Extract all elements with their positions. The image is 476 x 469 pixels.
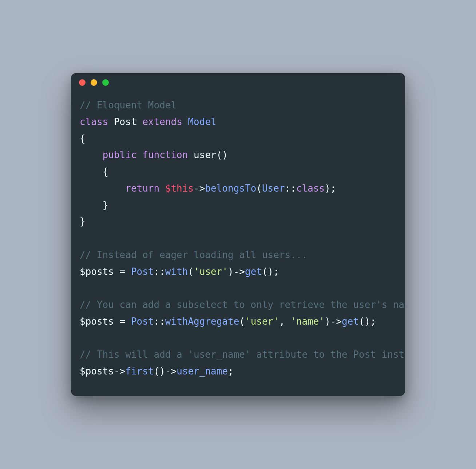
paren-close: ) — [228, 266, 234, 277]
method-first: first — [125, 366, 154, 377]
close-icon[interactable] — [79, 79, 86, 86]
keyword-return: return — [125, 183, 159, 194]
brace-open: { — [103, 166, 108, 177]
equals: = — [114, 316, 131, 327]
arrow: -> — [165, 366, 176, 377]
class-post: Post — [131, 266, 154, 277]
maximize-icon[interactable] — [102, 79, 109, 86]
string-user: 'user' — [245, 316, 279, 327]
method-get: get — [342, 316, 359, 327]
paren-open: ( — [239, 316, 245, 327]
parens-semi: (); — [359, 316, 376, 327]
brace-open: { — [80, 133, 86, 144]
indent — [80, 166, 103, 177]
prop-user-name: user_name — [176, 366, 228, 377]
paren-close-semi: ); — [325, 183, 336, 194]
function-name-user: user — [194, 149, 217, 160]
this-var: $this — [165, 183, 194, 194]
paren-open: ( — [188, 266, 194, 277]
comment: // Eloquent Model — [80, 100, 176, 111]
method-with: with — [165, 266, 188, 277]
arrow: -> — [330, 316, 342, 327]
brace-close: } — [80, 216, 86, 227]
indent — [80, 200, 103, 211]
arrow: -> — [114, 366, 125, 377]
equals: = — [114, 266, 131, 277]
parens: () — [217, 149, 228, 160]
class-name-post: Post — [114, 116, 137, 127]
comma: , — [279, 316, 290, 327]
semicolon: ; — [228, 366, 234, 377]
string-name: 'name' — [290, 316, 325, 327]
class-name-user: User — [262, 183, 285, 194]
code-window: // Eloquent Model class Post extends Mod… — [71, 73, 405, 396]
keyword-class-const: class — [296, 183, 325, 194]
paren-close: ) — [325, 316, 330, 327]
minimize-icon[interactable] — [91, 79, 97, 86]
indent — [80, 183, 125, 194]
arrow: -> — [234, 266, 245, 277]
var-posts: $posts — [80, 316, 114, 327]
method-withAggregate: withAggregate — [165, 316, 239, 327]
keyword-function: function — [142, 149, 188, 160]
method-get: get — [245, 266, 262, 277]
class-name-model: Model — [188, 116, 216, 127]
comment: // Instead of eager loading all users... — [80, 249, 308, 260]
brace-close: } — [103, 200, 108, 211]
keyword-extends: extends — [142, 116, 182, 127]
var-posts: $posts — [80, 366, 114, 377]
arrow: -> — [194, 183, 205, 194]
class-post: Post — [131, 316, 154, 327]
keyword-class: class — [80, 116, 108, 127]
var-posts: $posts — [80, 266, 114, 277]
paren-open: ( — [256, 183, 262, 194]
parens: () — [154, 366, 165, 377]
code-block: // Eloquent Model class Post extends Mod… — [71, 92, 405, 396]
keyword-public: public — [103, 149, 137, 160]
comment: // This will add a 'user_name' attribute… — [80, 349, 405, 360]
parens-semi: (); — [262, 266, 279, 277]
indent — [80, 149, 103, 160]
comment: // You can add a subselect to only retri… — [80, 299, 405, 310]
double-colon: :: — [154, 316, 165, 327]
string-user: 'user' — [194, 266, 228, 277]
method-belongsTo: belongsTo — [205, 183, 256, 194]
window-titlebar — [71, 73, 405, 92]
double-colon: :: — [154, 266, 165, 277]
double-colon: :: — [285, 183, 296, 194]
